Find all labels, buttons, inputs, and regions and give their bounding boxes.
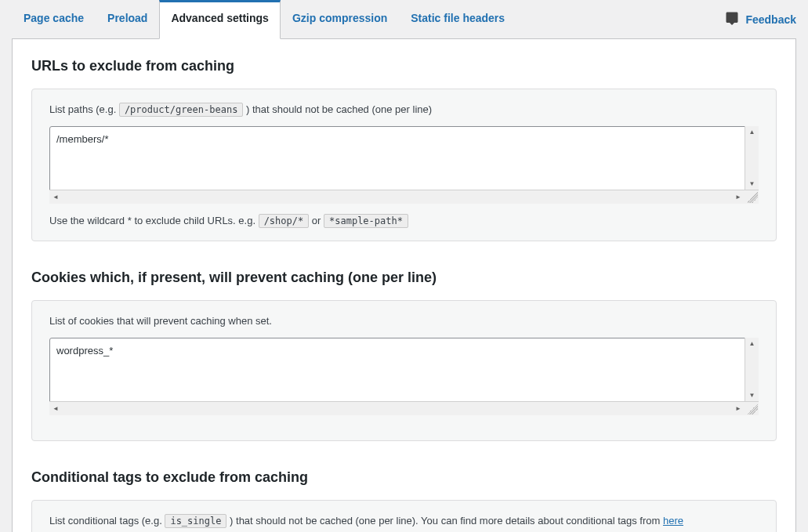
urls-textarea-wrap: ▲ ▼ ◄ ► [49,126,759,204]
conditional-label-suffix: ) that should not be cached (one per lin… [230,515,663,527]
urls-field-label: List paths (e.g. /product/green-beans ) … [49,103,759,115]
tab-static-file-headers[interactable]: Static file headers [399,0,516,39]
conditional-example-code: is_single [165,514,226,528]
feedback-label: Feedback [745,13,796,26]
content-panel: URLs to exclude from caching List paths … [12,39,796,532]
urls-section-title: URLs to exclude from caching [31,58,777,74]
cookies-textarea[interactable] [49,338,759,413]
tab-gzip-compression[interactable]: Gzip compression [281,0,399,39]
urls-example-code: /product/green-beans [119,103,244,117]
cookies-field-label: List of cookies that will prevent cachin… [49,315,759,327]
speech-bubble-icon [725,11,739,27]
conditional-field-label: List conditional tags (e.g. is_single ) … [49,515,759,527]
urls-help-or: or [312,215,324,226]
urls-help-text: Use the wildcard * to exclude child URLs… [49,215,759,226]
conditional-section-title: Conditional tags to exclude from caching [31,469,777,486]
urls-label-suffix: ) that should not be cached (one per lin… [246,103,432,115]
conditional-section: List conditional tags (e.g. is_single ) … [31,500,777,532]
urls-label-prefix: List paths (e.g. [49,103,119,115]
urls-help-code1: /shop/* [259,214,310,228]
urls-help-prefix: Use the wildcard * to exclude child URLs… [49,215,259,226]
cookies-textarea-wrap: ▲ ▼ ◄ ► [49,338,759,415]
tabs-list: Page cache Preload Advanced settings Gzi… [12,0,516,38]
cookies-section: List of cookies that will prevent cachin… [31,300,777,441]
tabs-bar: Page cache Preload Advanced settings Gzi… [12,0,796,39]
urls-exclude-textarea[interactable] [49,126,759,201]
cookies-section-title: Cookies which, if present, will prevent … [31,270,777,286]
feedback-link[interactable]: Feedback [725,0,796,38]
urls-section: List paths (e.g. /product/green-beans ) … [31,89,777,241]
conditional-label-prefix: List conditional tags (e.g. [49,515,165,527]
tab-preload[interactable]: Preload [96,0,159,39]
tab-page-cache[interactable]: Page cache [12,0,96,39]
conditional-tags-link[interactable]: here [663,515,683,527]
tab-advanced-settings[interactable]: Advanced settings [159,0,280,39]
urls-help-code2: *sample-path* [324,214,408,228]
